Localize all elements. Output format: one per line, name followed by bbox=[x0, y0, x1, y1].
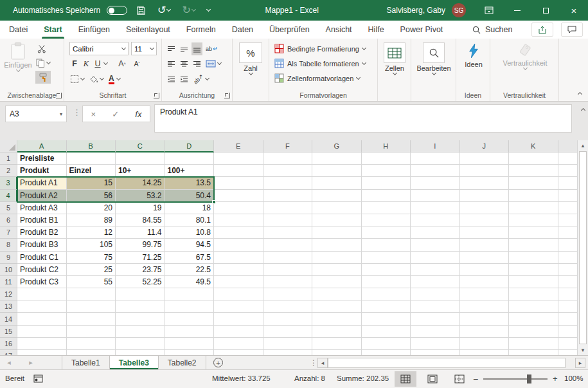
cell-E9[interactable] bbox=[214, 252, 263, 264]
cell-C17[interactable] bbox=[116, 350, 165, 355]
collapse-ribbon-button[interactable] bbox=[578, 92, 582, 97]
cell-J1[interactable] bbox=[460, 152, 510, 165]
cell-B17[interactable] bbox=[67, 350, 116, 355]
undo-button[interactable]: ↺ bbox=[155, 3, 173, 18]
cell-B11[interactable]: 55 bbox=[67, 276, 116, 288]
tab-scroll-split-handle[interactable]: ⋮ bbox=[310, 358, 317, 367]
cell-H15[interactable] bbox=[362, 326, 411, 338]
cell-G17[interactable] bbox=[312, 350, 362, 355]
align-left-button[interactable] bbox=[166, 57, 177, 70]
cell-I9[interactable] bbox=[411, 252, 460, 264]
column-header-A[interactable]: A bbox=[17, 140, 67, 152]
tab-einfuegen[interactable]: Einfügen bbox=[71, 21, 117, 39]
cell-D6[interactable]: 80.1 bbox=[165, 214, 215, 226]
cell-J8[interactable] bbox=[460, 239, 510, 251]
cell-J10[interactable] bbox=[460, 264, 510, 276]
cell-G9[interactable] bbox=[312, 252, 362, 264]
cell-F16[interactable] bbox=[263, 338, 313, 350]
comments-button[interactable] bbox=[561, 23, 583, 37]
tab-ueberpruefen[interactable]: Überprüfen bbox=[262, 21, 317, 39]
cell-I12[interactable] bbox=[411, 288, 460, 300]
bold-button[interactable]: F bbox=[69, 57, 80, 70]
cell-E10[interactable] bbox=[214, 264, 263, 276]
cell-H14[interactable] bbox=[362, 313, 411, 325]
cell-F1[interactable] bbox=[263, 152, 313, 165]
cell-E5[interactable] bbox=[214, 202, 263, 214]
row-header-8[interactable]: 8 bbox=[0, 239, 17, 251]
cell-K12[interactable] bbox=[509, 288, 558, 300]
paste-button[interactable]: Einfügen bbox=[4, 42, 32, 71]
cell-J11[interactable] bbox=[460, 276, 510, 288]
cell-J4[interactable] bbox=[460, 190, 510, 202]
align-center-button[interactable] bbox=[179, 57, 190, 70]
cell-F11[interactable] bbox=[263, 276, 313, 288]
cell-styles-button[interactable]: Zellenformatvorlagen bbox=[274, 73, 360, 83]
cell-E13[interactable] bbox=[214, 300, 263, 313]
cell-F7[interactable] bbox=[263, 226, 313, 239]
row-header-4[interactable]: 4 bbox=[0, 190, 17, 202]
fill-color-button[interactable] bbox=[88, 73, 105, 86]
scroll-left-arrow[interactable]: ◂ bbox=[317, 358, 328, 368]
align-top-button[interactable] bbox=[166, 42, 177, 55]
row-header-16[interactable]: 16 bbox=[0, 338, 17, 350]
cell-B8[interactable]: 105 bbox=[67, 239, 116, 251]
sheet-tab-tabelle2[interactable]: Tabelle2 bbox=[159, 356, 206, 369]
cell-K16[interactable] bbox=[509, 338, 558, 350]
cell-G15[interactable] bbox=[312, 326, 362, 338]
previous-sheet-button[interactable]: ◂ bbox=[0, 356, 18, 369]
cell-C4[interactable]: 53.2 bbox=[116, 190, 165, 202]
cell-C12[interactable] bbox=[116, 288, 165, 300]
name-box-resize-handle[interactable]: ⋮ bbox=[73, 107, 81, 117]
avatar[interactable]: SG bbox=[452, 3, 466, 17]
cell-A15[interactable] bbox=[17, 326, 67, 338]
cell-J13[interactable] bbox=[460, 300, 510, 313]
cell-A8[interactable]: Produkt B3 bbox=[17, 239, 67, 251]
cell-A17[interactable] bbox=[17, 350, 67, 355]
page-layout-view-button[interactable] bbox=[422, 371, 443, 387]
cell-H1[interactable] bbox=[362, 152, 411, 165]
tab-daten[interactable]: Daten bbox=[225, 21, 260, 39]
cell-C3[interactable]: 14.25 bbox=[116, 177, 165, 189]
zoom-out-button[interactable]: − bbox=[473, 374, 478, 384]
column-header-H[interactable]: H bbox=[362, 140, 411, 152]
cell-F4[interactable] bbox=[263, 190, 313, 202]
cell-J3[interactable] bbox=[460, 177, 510, 189]
cell-B16[interactable] bbox=[67, 338, 116, 350]
status-sum[interactable]: Summe: 202.35 bbox=[337, 374, 389, 382]
scroll-up-arrow[interactable]: ▴ bbox=[578, 140, 588, 151]
cell-B14[interactable] bbox=[67, 313, 116, 325]
cell-H9[interactable] bbox=[362, 252, 411, 264]
cell-I10[interactable] bbox=[411, 264, 460, 276]
cell-C8[interactable]: 99.75 bbox=[116, 239, 165, 251]
cell-K4[interactable] bbox=[509, 190, 558, 202]
sheet-tab-tabelle3[interactable]: Tabelle3 bbox=[110, 356, 159, 369]
cell-E14[interactable] bbox=[214, 313, 263, 325]
tab-power-pivot[interactable]: Power Pivot bbox=[393, 21, 450, 39]
cell-A16[interactable] bbox=[17, 338, 67, 350]
cell-D16[interactable] bbox=[165, 338, 215, 350]
cell-E1[interactable] bbox=[214, 152, 263, 165]
cell-K5[interactable] bbox=[509, 202, 558, 214]
cell-I15[interactable] bbox=[411, 326, 460, 338]
cut-button[interactable] bbox=[36, 42, 48, 55]
italic-button[interactable]: K bbox=[81, 57, 91, 70]
search-box[interactable]: Suchen bbox=[472, 21, 512, 39]
cell-K2[interactable] bbox=[509, 165, 558, 177]
row-header-17[interactable]: 17 bbox=[0, 350, 17, 355]
cell-F14[interactable] bbox=[263, 313, 313, 325]
cell-A11[interactable]: Produkt C3 bbox=[17, 276, 67, 288]
cell-J2[interactable] bbox=[460, 165, 510, 177]
format-as-table-button[interactable]: Als Tabelle formatieren bbox=[274, 59, 366, 68]
minimize-button[interactable] bbox=[503, 0, 531, 21]
cell-K11[interactable] bbox=[509, 276, 558, 288]
row-header-15[interactable]: 15 bbox=[0, 326, 17, 338]
cell-E4[interactable] bbox=[214, 190, 263, 202]
cell-A13[interactable] bbox=[17, 300, 67, 313]
sensitivity-button[interactable]: Vertraulichkeit bbox=[504, 42, 546, 69]
cell-A12[interactable] bbox=[17, 288, 67, 300]
cell-G2[interactable] bbox=[312, 165, 362, 177]
cell-G5[interactable] bbox=[312, 202, 362, 214]
row-header-2[interactable]: 2 bbox=[0, 165, 17, 177]
cell-I16[interactable] bbox=[411, 338, 460, 350]
column-header-B[interactable]: B bbox=[67, 140, 116, 152]
